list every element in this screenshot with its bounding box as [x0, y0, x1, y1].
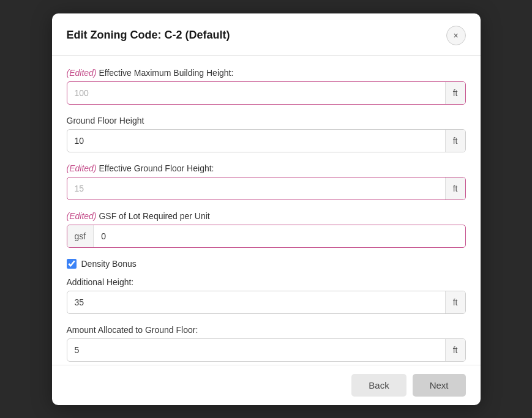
- effective-ground-floor-height-label: (Edited) Effective Ground Floor Height:: [67, 163, 466, 173]
- edited-badge-ground-floor-height: (Edited): [67, 163, 97, 173]
- modal-overlay: Edit Zoning Code: C-2 (Default) × (Edite…: [0, 0, 532, 418]
- density-bonus-row: Density Bonus: [67, 259, 466, 269]
- amount-allocated-ground-floor-input-wrapper: ft: [67, 338, 466, 362]
- additional-height-input-wrapper: ft: [67, 291, 466, 314]
- close-button[interactable]: ×: [446, 26, 466, 45]
- gsf-lot-required-group: (Edited) GSF of Lot Required per Unit gs…: [67, 211, 466, 248]
- gsf-lot-required-prefix: gsf: [67, 225, 94, 247]
- gsf-lot-required-label: (Edited) GSF of Lot Required per Unit: [67, 211, 466, 221]
- ground-floor-height-group: Ground Floor Height ft: [67, 116, 466, 152]
- modal-header: Edit Zoning Code: C-2 (Default) ×: [52, 13, 481, 56]
- modal: Edit Zoning Code: C-2 (Default) × (Edite…: [52, 13, 481, 405]
- effective-ground-floor-height-suffix: ft: [445, 177, 465, 200]
- ground-floor-height-label: Ground Floor Height: [67, 116, 466, 125]
- additional-height-label: Additional Height:: [67, 277, 466, 287]
- amount-allocated-ground-floor-suffix: ft: [445, 339, 465, 361]
- modal-footer: Back Next: [52, 365, 481, 405]
- effective-max-building-height-label-main: Effective Maximum Building Height:: [97, 68, 234, 78]
- amount-allocated-ground-floor-group: Amount Allocated to Ground Floor: ft: [67, 325, 466, 362]
- effective-ground-floor-height-input-wrapper: ft: [67, 177, 466, 200]
- edited-badge-max-height: (Edited): [67, 68, 97, 78]
- gsf-lot-required-input-wrapper: gsf: [67, 225, 466, 248]
- effective-max-building-height-group: (Edited) Effective Maximum Building Heig…: [67, 68, 466, 105]
- additional-height-suffix: ft: [445, 291, 465, 313]
- gsf-lot-required-label-main: GSF of Lot Required per Unit: [97, 211, 210, 221]
- next-button[interactable]: Next: [413, 374, 466, 397]
- effective-max-building-height-suffix: ft: [445, 82, 465, 104]
- ground-floor-height-suffix: ft: [445, 130, 465, 152]
- effective-ground-floor-height-label-main: Effective Ground Floor Height:: [97, 163, 214, 173]
- density-bonus-label[interactable]: Density Bonus: [81, 259, 137, 269]
- effective-max-building-height-input-wrapper: ft: [67, 81, 466, 105]
- additional-height-input[interactable]: [67, 291, 445, 313]
- ground-floor-height-input-wrapper: ft: [67, 129, 466, 152]
- edited-badge-gsf: (Edited): [67, 211, 97, 221]
- additional-height-group: Additional Height: ft: [67, 277, 466, 314]
- gsf-lot-required-input[interactable]: [94, 225, 465, 247]
- effective-ground-floor-height-group: (Edited) Effective Ground Floor Height: …: [67, 163, 466, 200]
- back-button[interactable]: Back: [351, 374, 406, 397]
- effective-ground-floor-height-input[interactable]: [67, 177, 445, 200]
- amount-allocated-ground-floor-label: Amount Allocated to Ground Floor:: [67, 325, 466, 335]
- ground-floor-height-input[interactable]: [67, 130, 445, 152]
- modal-title: Edit Zoning Code: C-2 (Default): [67, 29, 230, 42]
- effective-max-building-height-input[interactable]: [67, 82, 445, 104]
- density-bonus-checkbox[interactable]: [67, 259, 77, 269]
- effective-max-building-height-label: (Edited) Effective Maximum Building Heig…: [67, 68, 466, 78]
- amount-allocated-ground-floor-input[interactable]: [67, 339, 445, 361]
- modal-body: (Edited) Effective Maximum Building Heig…: [52, 56, 481, 365]
